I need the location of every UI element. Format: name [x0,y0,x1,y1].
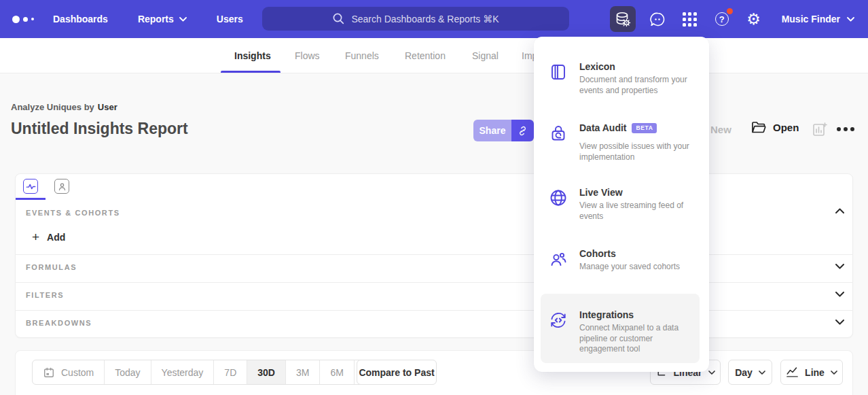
tab-profiles-query[interactable] [54,179,69,194]
plus-icon: + [32,230,39,243]
range-6m[interactable]: 6M [320,360,354,384]
query-builder-card: EVENTS & COHORTS + Add FORMULAS FILTERS … [15,173,853,338]
report-tabbar: Insights Flows Funnels Retention Signal … [0,38,868,73]
more-dots-icon [837,127,841,131]
tab-funnels[interactable]: Funnels [345,38,379,73]
mixpanel-logo-icon [12,16,42,23]
page-title[interactable]: Untitled Insights Report [11,120,188,138]
add-to-dashboard-button[interactable] [812,122,828,137]
share-split-button: Share [473,120,534,141]
range-custom[interactable]: Custom [33,360,105,384]
copy-link-button[interactable] [511,120,534,141]
pulse-chart-icon [26,182,36,192]
workspace-switcher[interactable]: Music Finder [782,14,854,24]
link-icon [517,125,528,137]
chevron-down-icon [835,292,844,297]
people-icon [549,250,568,269]
feedback-chat-icon [649,10,667,29]
chevron-down-icon [847,17,854,22]
tab-retention[interactable]: Retention [405,38,446,73]
settings-gear-icon: ⚙ [746,12,761,27]
new-report-button[interactable]: New [710,124,731,135]
compare-to-past-button[interactable]: Compare to Past [357,360,437,385]
expand-formulas-button[interactable] [835,264,844,269]
help-button[interactable]: ? [712,10,731,29]
line-chart-icon [786,366,799,378]
date-range-segmented-control: Custom Today Yesterday 7D 30D 3M 6M 12M [32,360,394,385]
chart-type-dropdown[interactable]: Line [780,360,843,385]
nav-users[interactable]: Users [217,14,243,24]
book-icon [549,63,568,82]
help-icon: ? [715,12,729,26]
time-controls-card: Custom Today Yesterday 7D 30D 3M 6M 12M … [15,350,853,395]
search-input[interactable]: Search Dashboards & Reports ⌘K [262,7,569,31]
person-icon [57,182,67,192]
active-query-tab-underline [16,198,46,200]
data-management-icon [614,10,632,28]
tab-insights[interactable]: Insights [234,38,271,73]
apps-grid-icon [683,12,697,27]
audit-lock-icon [549,124,568,143]
chevron-down-icon [179,17,187,22]
analysis-context[interactable]: Analyze Uniques byUser [11,102,117,112]
expand-breakdowns-button[interactable] [835,320,844,325]
nav-dashboards[interactable]: Dashboards [53,14,108,24]
divider [16,310,852,311]
notification-dot [727,8,733,14]
interval-dropdown[interactable]: Day [728,360,772,385]
section-formulas: FORMULAS [26,263,77,271]
more-options-button[interactable] [837,127,854,131]
active-tab-underline [221,71,281,73]
menu-item-data-audit[interactable]: Data AuditBETA View possible issues with… [549,122,700,162]
menu-item-live-view[interactable]: Live View View a live streaming feed of … [549,187,700,222]
tab-signal[interactable]: Signal [472,38,499,73]
open-report-button[interactable]: Open [751,121,799,134]
settings-button[interactable]: ⚙ [744,10,763,29]
divider [16,254,852,255]
range-today[interactable]: Today [105,360,151,384]
divider [16,282,852,283]
calendar-icon [43,366,55,379]
chevron-down-icon [831,371,837,375]
tab-events-query[interactable] [23,179,38,194]
top-navbar: Dashboards Reports Users Search Dashboar… [0,0,868,38]
tab-flows[interactable]: Flows [295,38,320,73]
feedback-button[interactable] [649,10,668,29]
section-breakdowns: BREAKDOWNS [26,319,92,327]
range-yesterday[interactable]: Yesterday [151,360,215,384]
sync-icon [549,311,568,330]
folder-icon [751,121,766,134]
menu-item-lexicon[interactable]: Lexicon Document and transform your even… [549,61,700,96]
data-management-button[interactable] [610,6,636,32]
search-placeholder: Search Dashboards & Reports ⌘K [351,14,499,24]
chevron-down-icon [835,320,844,325]
chevron-up-icon [835,208,844,213]
nav-reports[interactable]: Reports [138,14,187,24]
section-events-cohorts: EVENTS & COHORTS [26,209,120,217]
collapse-events-button[interactable] [835,208,844,213]
workspace-name: Music Finder [782,14,840,24]
globe-icon [549,188,568,207]
analysis-entity: User [98,102,117,112]
range-7d[interactable]: 7D [214,360,247,384]
add-event-button[interactable]: + Add [32,230,65,243]
range-3m[interactable]: 3M [286,360,320,384]
data-management-dropdown: Lexicon Document and transform your even… [534,37,709,372]
apps-grid-button[interactable] [681,10,700,29]
share-button[interactable]: Share [473,120,511,141]
chevron-down-icon [835,264,844,269]
menu-item-integrations[interactable]: Integrations Connect Mixpanel to a data … [549,309,700,355]
range-30d[interactable]: 30D [247,360,286,384]
expand-filters-button[interactable] [835,292,844,297]
chevron-down-icon [759,371,765,375]
add-chart-icon [812,122,828,137]
search-icon [332,12,345,25]
section-filters: FILTERS [26,291,64,299]
menu-item-cohorts[interactable]: Cohorts Manage your saved cohorts [549,248,700,273]
chevron-down-icon [708,371,715,375]
beta-badge: BETA [632,123,657,133]
